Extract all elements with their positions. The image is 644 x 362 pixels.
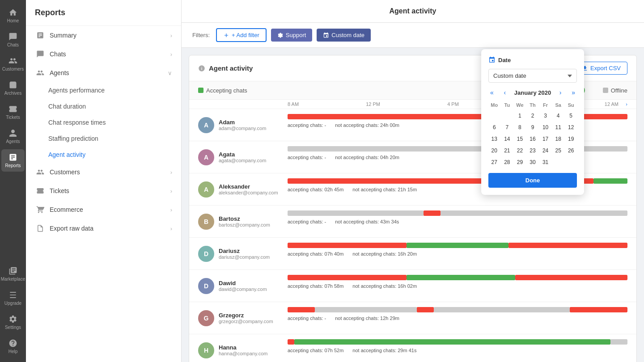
calendar-day-5[interactable]: 5 [565,110,577,121]
nav-marketplace[interactable]: Marketplace [1,263,25,285]
calendar-day-4[interactable]: 4 [552,110,564,121]
calendar-day-21[interactable]: 21 [501,145,513,156]
custom-date-button[interactable]: Custom date [317,29,371,42]
stat-not-accept-dariusz: not accepting chats: 16h 20m [352,251,417,257]
calendar-day-7[interactable]: 7 [501,122,513,133]
sidebar-item-customers-label: Customers [50,168,170,176]
legend-accepting-chats: Accepting chats [198,87,247,94]
calendar-day-14[interactable]: 14 [501,134,513,144]
sidebar: Reports Summary › Chats › Agents ∨ Agent… [26,0,182,362]
calendar-day-26[interactable]: 26 [565,145,577,156]
sidebar-item-summary[interactable]: Summary › [26,26,181,45]
agents-arrow-icon: ∨ [168,70,172,76]
calendar-day-29[interactable]: 29 [514,157,526,168]
timeline-bar-agata-2 [576,146,627,152]
nav-customers-label: Customers [2,67,24,72]
nav-upgrade[interactable]: Upgrade [1,287,25,309]
sidebar-item-export-raw-data[interactable]: Export raw data › [26,219,181,238]
nav-help[interactable]: Help [1,335,25,358]
nav-home[interactable]: Home [1,4,25,27]
nav-chats[interactable]: Chats [1,29,25,51]
calendar-day-16[interactable]: 16 [527,134,539,144]
calendar-day-2[interactable]: 2 [527,110,539,121]
calendar-day-31[interactable]: 31 [539,157,551,168]
calendar-day-30[interactable]: 30 [527,157,539,168]
sidebar-item-customers[interactable]: Customers › [26,163,181,181]
agent-info-adam: AAdamadam@company.com [198,117,288,133]
sidebar-subitem-chat-response-times[interactable]: Chat response times [26,114,181,130]
sidebar-item-chats-label: Chats [50,51,170,58]
calendar-day-27[interactable]: 27 [488,157,500,168]
calendar-day-1[interactable]: 1 [514,110,526,121]
sidebar-subitem-chat-duration[interactable]: Chat duration [26,98,181,114]
stat-not-accept-adam: not accepting chats: 24h 00m [335,122,399,128]
calendar-day-23[interactable]: 23 [527,145,539,156]
calendar-day-20[interactable]: 20 [488,145,500,156]
timeline-bar-grzegorz-4 [570,307,627,312]
calendar-day-9[interactable]: 9 [527,122,539,133]
agent-timeline-bartosz: accepting chats: -not accepting chats: 4… [288,210,627,233]
calendar-day-12[interactable]: 12 [565,122,577,133]
calendar-day-11[interactable]: 11 [552,122,564,133]
nav-archives[interactable]: Archives [1,77,25,99]
timeline-forward-icon[interactable]: › [619,101,627,107]
agent-row-hanna: HHannahanna@company.comaccepting chats: … [189,334,636,362]
sidebar-subitem-staffing-prediction[interactable]: Staffing prediction [26,130,181,147]
nav-agents[interactable]: Agents [1,125,25,147]
calendar-day-header: Sa [552,101,564,109]
avatar-hanna: H [198,342,214,358]
left-navigation: Home Chats Customers Archives Tickets Ag… [0,0,26,362]
stat-accept-dariusz: accepting chats: 07h 40m [288,251,343,257]
calendar-next-button[interactable]: › [558,88,564,97]
calendar-day-28[interactable]: 28 [501,157,513,168]
nav-settings[interactable]: Settings [1,311,25,333]
calendar-day-13[interactable]: 13 [488,134,500,144]
summary-arrow-icon: › [170,32,172,39]
calendar-day-6[interactable]: 6 [488,122,500,133]
agent-email-hanna: hanna@company.com [219,351,267,356]
nav-tickets[interactable]: Tickets [1,101,25,123]
stat-accept-aleksander: accepting chats: 02h 45m [288,187,343,192]
calendar-day-3[interactable]: 3 [539,110,551,121]
agent-name-dawid: Dawid [219,280,267,286]
calendar-day-15[interactable]: 15 [514,134,526,144]
sidebar-item-agents-label: Agents [50,69,168,76]
nav-customers[interactable]: Customers [1,53,25,75]
sidebar-subitem-agents-performance[interactable]: Agents performance [26,82,181,98]
timeline-bar-hanna-0 [288,339,294,345]
timeline-bar-grzegorz-0 [288,307,315,312]
calendar-day-19[interactable]: 19 [565,134,577,144]
sidebar-item-agents[interactable]: Agents ∨ [26,63,181,82]
calendar-day-10[interactable]: 10 [539,122,551,133]
stat-accept-adam: accepting chats: - [288,122,326,128]
agent-email-bartosz: bartosz@company.com [219,222,270,227]
calendar-done-button[interactable]: Done [488,173,577,188]
nav-reports[interactable]: Reports [1,149,25,172]
calendar-type-select[interactable]: Custom date [488,69,577,83]
calendar-next-next-button[interactable]: » [570,88,577,97]
calendar-day-8[interactable]: 8 [514,122,526,133]
agent-info-agata: AAgataagata@company.com [198,149,288,165]
calendar-prev-button[interactable]: ‹ [502,88,508,97]
agent-name-dariusz: Dariusz [219,248,270,254]
agent-email-adam: adam@company.com [219,126,266,131]
timeline-bar-hanna-1 [294,339,610,345]
sidebar-item-chats[interactable]: Chats › [26,45,181,63]
calendar-grid: MoTuWeThFrSaSu12345678910111213141516171… [488,101,577,168]
calendar-day-header: Mo [488,101,500,109]
calendar-day-17[interactable]: 17 [539,134,551,144]
calendar-prev-prev-button[interactable]: « [488,88,496,97]
timeline-bar-bartosz-2 [441,210,627,216]
sidebar-item-ecommerce[interactable]: Ecommerce › [26,200,181,219]
timeline-bar-container-hanna [288,339,627,345]
calendar-nav-row: « ‹ January 2020 › » [488,88,577,97]
nav-chats-label: Chats [7,42,19,47]
calendar-day-22[interactable]: 22 [514,145,526,156]
sidebar-item-tickets[interactable]: Tickets › [26,181,181,200]
sidebar-subitem-agent-activity[interactable]: Agent activity [26,147,181,163]
support-filter-button[interactable]: Support [271,29,313,42]
add-filter-button[interactable]: + Add filter [216,28,267,42]
calendar-day-25[interactable]: 25 [552,145,564,156]
calendar-day-18[interactable]: 18 [552,134,564,144]
calendar-day-24[interactable]: 24 [539,145,551,156]
